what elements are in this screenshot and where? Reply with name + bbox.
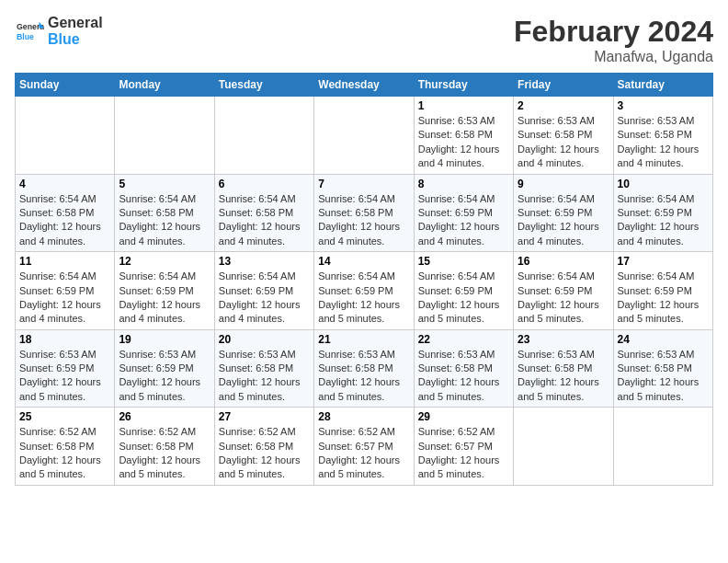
day-info: Sunrise: 6:54 AM Sunset: 6:58 PM Dayligh…	[19, 192, 110, 249]
day-number: 22	[418, 333, 509, 346]
calendar-cell: 14Sunrise: 6:54 AM Sunset: 6:59 PM Dayli…	[314, 252, 414, 330]
day-info: Sunrise: 6:54 AM Sunset: 6:59 PM Dayligh…	[418, 270, 509, 327]
title-area: February 2024 Manafwa, Uganda	[514, 15, 713, 65]
day-info: Sunrise: 6:53 AM Sunset: 6:58 PM Dayligh…	[518, 348, 609, 405]
calendar-cell: 10Sunrise: 6:54 AM Sunset: 6:59 PM Dayli…	[613, 174, 712, 252]
calendar-cell	[314, 97, 414, 175]
day-info: Sunrise: 6:54 AM Sunset: 6:59 PM Dayligh…	[119, 270, 210, 327]
calendar-cell: 21Sunrise: 6:53 AM Sunset: 6:58 PM Dayli…	[314, 329, 414, 408]
day-info: Sunrise: 6:53 AM Sunset: 6:58 PM Dayligh…	[418, 348, 509, 405]
calendar-cell: 27Sunrise: 6:52 AM Sunset: 6:58 PM Dayli…	[214, 408, 313, 486]
day-number: 21	[318, 333, 409, 346]
calendar-cell: 29Sunrise: 6:52 AM Sunset: 6:57 PM Dayli…	[414, 408, 513, 486]
col-header-saturday: Saturday	[613, 74, 712, 97]
calendar-cell: 4Sunrise: 6:54 AM Sunset: 6:58 PM Daylig…	[16, 174, 115, 252]
calendar-week-row: 11Sunrise: 6:54 AM Sunset: 6:59 PM Dayli…	[16, 252, 713, 330]
day-number: 17	[618, 255, 709, 268]
day-number: 8	[418, 178, 509, 190]
calendar-cell	[613, 408, 712, 486]
day-number: 14	[318, 255, 409, 268]
day-info: Sunrise: 6:53 AM Sunset: 6:58 PM Dayligh…	[318, 348, 409, 405]
page-header: General Blue General Blue February 2024 …	[15, 15, 713, 65]
calendar-cell: 16Sunrise: 6:54 AM Sunset: 6:59 PM Dayli…	[514, 252, 613, 330]
calendar-cell: 5Sunrise: 6:54 AM Sunset: 6:58 PM Daylig…	[115, 174, 214, 252]
calendar-cell: 19Sunrise: 6:53 AM Sunset: 6:59 PM Dayli…	[115, 329, 214, 408]
day-number: 9	[518, 178, 609, 190]
logo-general: General	[48, 15, 103, 31]
calendar-header-row: SundayMondayTuesdayWednesdayThursdayFrid…	[16, 74, 713, 97]
day-number: 23	[518, 333, 609, 346]
day-number: 13	[219, 255, 310, 268]
day-info: Sunrise: 6:54 AM Sunset: 6:59 PM Dayligh…	[618, 270, 709, 327]
col-header-tuesday: Tuesday	[214, 74, 313, 97]
day-info: Sunrise: 6:54 AM Sunset: 6:59 PM Dayligh…	[219, 270, 310, 327]
calendar-week-row: 18Sunrise: 6:53 AM Sunset: 6:59 PM Dayli…	[16, 329, 713, 408]
day-number: 10	[618, 178, 709, 190]
day-info: Sunrise: 6:53 AM Sunset: 6:58 PM Dayligh…	[418, 114, 509, 171]
day-number: 11	[19, 255, 110, 268]
calendar-cell: 12Sunrise: 6:54 AM Sunset: 6:59 PM Dayli…	[115, 252, 214, 330]
calendar-cell: 23Sunrise: 6:53 AM Sunset: 6:58 PM Dayli…	[514, 329, 613, 408]
day-number: 19	[119, 333, 210, 346]
day-info: Sunrise: 6:54 AM Sunset: 6:59 PM Dayligh…	[318, 270, 409, 327]
calendar-cell: 18Sunrise: 6:53 AM Sunset: 6:59 PM Dayli…	[16, 329, 115, 408]
day-info: Sunrise: 6:54 AM Sunset: 6:58 PM Dayligh…	[219, 192, 310, 249]
calendar-cell: 17Sunrise: 6:54 AM Sunset: 6:59 PM Dayli…	[613, 252, 712, 330]
calendar-cell: 3Sunrise: 6:53 AM Sunset: 6:58 PM Daylig…	[613, 97, 712, 175]
col-header-sunday: Sunday	[16, 74, 115, 97]
calendar-title: February 2024	[514, 15, 713, 49]
day-number: 15	[418, 255, 509, 268]
calendar-cell	[214, 97, 313, 175]
calendar-cell: 7Sunrise: 6:54 AM Sunset: 6:58 PM Daylig…	[314, 174, 414, 252]
calendar-cell: 8Sunrise: 6:54 AM Sunset: 6:59 PM Daylig…	[414, 174, 513, 252]
day-info: Sunrise: 6:53 AM Sunset: 6:58 PM Dayligh…	[618, 114, 709, 171]
day-number: 4	[19, 178, 110, 190]
day-info: Sunrise: 6:53 AM Sunset: 6:58 PM Dayligh…	[618, 348, 709, 405]
calendar-cell: 2Sunrise: 6:53 AM Sunset: 6:58 PM Daylig…	[514, 97, 613, 175]
calendar-week-row: 1Sunrise: 6:53 AM Sunset: 6:58 PM Daylig…	[16, 97, 713, 175]
calendar-cell: 20Sunrise: 6:53 AM Sunset: 6:58 PM Dayli…	[214, 329, 313, 408]
calendar-cell: 24Sunrise: 6:53 AM Sunset: 6:58 PM Dayli…	[613, 329, 712, 408]
day-info: Sunrise: 6:53 AM Sunset: 6:59 PM Dayligh…	[19, 348, 110, 405]
day-info: Sunrise: 6:54 AM Sunset: 6:59 PM Dayligh…	[518, 270, 609, 327]
day-info: Sunrise: 6:52 AM Sunset: 6:58 PM Dayligh…	[19, 425, 110, 482]
day-info: Sunrise: 6:54 AM Sunset: 6:59 PM Dayligh…	[19, 270, 110, 327]
calendar-cell: 15Sunrise: 6:54 AM Sunset: 6:59 PM Dayli…	[414, 252, 513, 330]
calendar-cell: 13Sunrise: 6:54 AM Sunset: 6:59 PM Dayli…	[214, 252, 313, 330]
day-number: 18	[19, 333, 110, 346]
col-header-wednesday: Wednesday	[314, 74, 414, 97]
col-header-thursday: Thursday	[414, 74, 513, 97]
calendar-cell: 1Sunrise: 6:53 AM Sunset: 6:58 PM Daylig…	[414, 97, 513, 175]
logo: General Blue General Blue	[15, 15, 103, 49]
day-number: 26	[119, 410, 210, 423]
day-number: 20	[219, 333, 310, 346]
calendar-cell: 25Sunrise: 6:52 AM Sunset: 6:58 PM Dayli…	[16, 408, 115, 486]
col-header-friday: Friday	[514, 74, 613, 97]
day-info: Sunrise: 6:54 AM Sunset: 6:59 PM Dayligh…	[418, 192, 509, 249]
day-info: Sunrise: 6:52 AM Sunset: 6:57 PM Dayligh…	[318, 425, 409, 482]
day-number: 28	[318, 410, 409, 423]
calendar-cell: 11Sunrise: 6:54 AM Sunset: 6:59 PM Dayli…	[16, 252, 115, 330]
col-header-monday: Monday	[115, 74, 214, 97]
day-number: 29	[418, 410, 509, 423]
calendar-cell: 22Sunrise: 6:53 AM Sunset: 6:58 PM Dayli…	[414, 329, 513, 408]
logo-blue: Blue	[48, 31, 103, 48]
day-info: Sunrise: 6:54 AM Sunset: 6:59 PM Dayligh…	[518, 192, 609, 249]
day-info: Sunrise: 6:52 AM Sunset: 6:58 PM Dayligh…	[219, 425, 310, 482]
day-number: 16	[518, 255, 609, 268]
calendar-week-row: 25Sunrise: 6:52 AM Sunset: 6:58 PM Dayli…	[16, 408, 713, 486]
day-info: Sunrise: 6:53 AM Sunset: 6:58 PM Dayligh…	[219, 348, 310, 405]
day-number: 3	[618, 99, 709, 112]
calendar-cell	[16, 97, 115, 175]
svg-text:Blue: Blue	[17, 32, 34, 41]
calendar-table: SundayMondayTuesdayWednesdayThursdayFrid…	[15, 73, 713, 486]
calendar-cell: 9Sunrise: 6:54 AM Sunset: 6:59 PM Daylig…	[514, 174, 613, 252]
day-info: Sunrise: 6:52 AM Sunset: 6:57 PM Dayligh…	[418, 425, 509, 482]
day-number: 27	[219, 410, 310, 423]
day-number: 24	[618, 333, 709, 346]
day-info: Sunrise: 6:54 AM Sunset: 6:59 PM Dayligh…	[618, 192, 709, 249]
day-number: 12	[119, 255, 210, 268]
calendar-cell: 26Sunrise: 6:52 AM Sunset: 6:58 PM Dayli…	[115, 408, 214, 486]
day-number: 6	[219, 178, 310, 190]
day-info: Sunrise: 6:54 AM Sunset: 6:58 PM Dayligh…	[318, 192, 409, 249]
